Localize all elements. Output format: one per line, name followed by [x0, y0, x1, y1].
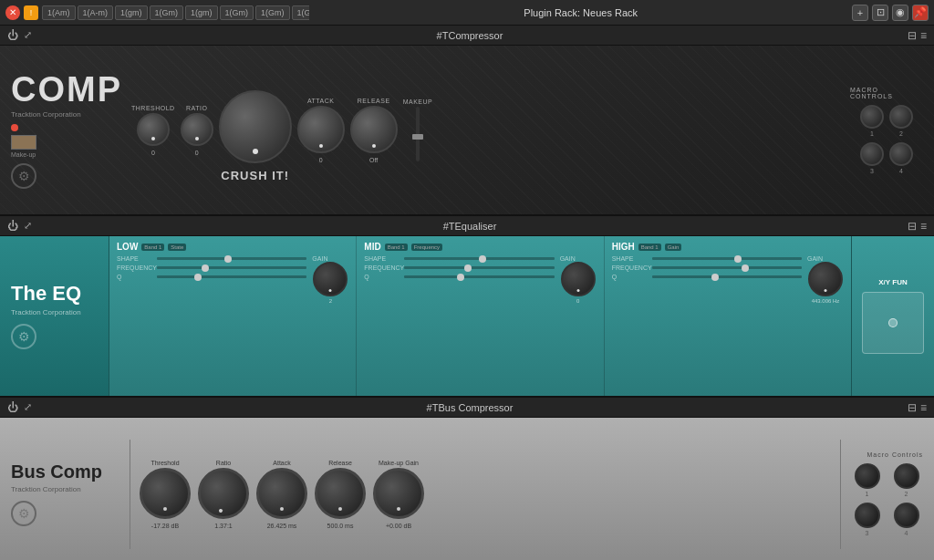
pin-button[interactable]: 📌	[912, 5, 929, 21]
eq-low-freq-slider[interactable]	[157, 266, 306, 269]
eye-button[interactable]: ◉	[892, 5, 908, 21]
eq-xy-label: X/Y FUN	[878, 278, 907, 286]
eq-mid-gain-knob[interactable]	[561, 262, 596, 296]
makeup-slider[interactable]	[416, 107, 420, 161]
window-button[interactable]: ⊡	[872, 5, 888, 21]
buscomp-macro-knob-4[interactable]	[894, 503, 919, 528]
add-button[interactable]: +	[852, 5, 868, 21]
release-knob[interactable]	[350, 106, 398, 153]
eq-high-shape-slider[interactable]	[652, 257, 802, 260]
eq-band-mid-tag2: Frequency	[411, 244, 442, 251]
eq-low-q-thumb	[194, 274, 202, 281]
tab-5[interactable]: 1(gm)	[185, 5, 218, 20]
comp-indicator	[11, 124, 18, 131]
buscomp-release-label: Release	[328, 460, 352, 466]
buscomp-release-group: Release 500.0 ms	[315, 460, 366, 529]
buscomp-makeup-label: Make-up Gain	[379, 460, 419, 466]
eq-mid-freq-slider[interactable]	[404, 266, 554, 269]
buscomp-power-icon[interactable]: ⏻	[7, 401, 18, 414]
eq-low-freq-thumb	[202, 264, 209, 272]
tab-4[interactable]: 1(Gm)	[150, 5, 184, 20]
buscomp-attack-knob[interactable]	[256, 468, 307, 519]
buscomp-menu-icon[interactable]: ≡	[920, 401, 927, 414]
eq-extern-icon[interactable]: ⤢	[24, 220, 32, 232]
eq-low-shape-slider[interactable]	[157, 257, 306, 260]
warn-button[interactable]: !	[24, 5, 38, 20]
minimize-icon[interactable]: ⊟	[908, 29, 917, 42]
close-button[interactable]: ✕	[5, 5, 20, 20]
tab-6[interactable]: 1(Gm)	[220, 5, 254, 20]
rack-title: Plugin Rack: Neues Rack	[313, 7, 848, 18]
eq-band-low-tag2: State	[168, 244, 186, 251]
eq-high-freq-slider[interactable]	[652, 266, 802, 269]
eq-low-gain-dot	[329, 289, 332, 292]
eq-xy-box[interactable]	[862, 292, 924, 354]
eq-title: #TEqualiser	[37, 221, 902, 232]
eq-mid-gain-label: GAIN	[560, 255, 597, 262]
eq-high-q-thumb	[711, 274, 719, 281]
eq-minimize-icon[interactable]: ⊟	[908, 220, 917, 233]
buscomp-minimize-icon[interactable]: ⊟	[908, 401, 917, 414]
eq-mid-freq-thumb	[464, 264, 472, 272]
comp-knobs-area: THRESHOLD 0 RATIO 0 CRUSH IT!	[131, 78, 839, 182]
buscomp-macro-knob-3[interactable]	[855, 503, 880, 528]
eq-mid-q-label: Q	[364, 274, 400, 280]
eq-high-shape-thumb	[734, 255, 742, 263]
eq-high-gain-knob[interactable]	[808, 262, 843, 296]
buscomp-makeup-knob[interactable]	[373, 468, 424, 519]
eq-band-low-tag1: Band 1	[141, 244, 164, 251]
tab-2[interactable]: 1(A-m)	[78, 5, 114, 20]
macro-knob-4[interactable]	[889, 142, 913, 166]
buscomp-ratio-knob[interactable]	[198, 468, 249, 519]
tab-3[interactable]: 1(gm)	[115, 5, 148, 20]
comp-makeup-box[interactable]	[11, 135, 36, 150]
attack-value: 0	[319, 157, 323, 163]
buscomp-release-knob[interactable]	[315, 468, 366, 519]
macro-knob-3[interactable]	[860, 142, 884, 166]
tab-7[interactable]: 1(Gm)	[255, 5, 290, 20]
eq-mid-q-slider[interactable]	[404, 275, 554, 278]
macro-knob-1[interactable]	[860, 105, 884, 129]
buscomp-gear-icon[interactable]: ⚙	[11, 501, 36, 526]
attack-knob[interactable]	[297, 106, 345, 153]
buscomp-extern-icon[interactable]: ⤢	[24, 401, 32, 413]
eq-low-q-slider[interactable]	[157, 275, 306, 278]
eq-gear-icon[interactable]: ⚙	[11, 324, 36, 349]
main-knob[interactable]	[219, 90, 292, 163]
eq-high-q-slider[interactable]	[652, 275, 802, 278]
compressor-header-actions: ⊟ ≡	[908, 29, 927, 42]
ratio-value: 0	[195, 150, 199, 156]
tab-1[interactable]: 1(Am)	[42, 5, 76, 20]
eq-mid-shape-slider[interactable]	[404, 257, 554, 260]
eq-band-high-name: HIGH	[612, 242, 635, 252]
eq-power-icon[interactable]: ⏻	[7, 220, 18, 233]
tab-8[interactable]: 1(Gm)	[292, 5, 310, 20]
buscomp-threshold-group: Threshold -17.28 dB	[140, 460, 191, 529]
buscomp-macro-knob-1[interactable]	[855, 463, 880, 489]
eq-low-q-row: Q	[117, 274, 306, 280]
main-knob-group: CRUSH IT!	[219, 78, 292, 182]
buscomp-macro-area: Macro Controls 1 2 3 4	[850, 451, 923, 536]
extern-icon[interactable]: ⤢	[24, 29, 32, 41]
macro-knob-2[interactable]	[889, 105, 913, 129]
eq-low-gain-group: GAIN 2	[312, 255, 348, 304]
buscomp-attack-value: 26.425 ms	[267, 523, 297, 529]
eq-high-controls: SHAPE FREQUENCY Q	[612, 255, 802, 280]
top-bar: ✕ ! 1(Am) 1(A-m) 1(gm) 1(Gm) 1(gm) 1(Gm)…	[0, 0, 934, 26]
buscomp-macro-knob-2[interactable]	[894, 463, 919, 489]
buscomp-threshold-label: Threshold	[150, 460, 179, 466]
buscomp-header: ⏻ ⤢ #TBus Compressor ⊟ ≡	[0, 398, 934, 418]
power-icon[interactable]: ⏻	[7, 29, 18, 42]
eq-high-freq-thumb	[742, 264, 749, 272]
buscomp-threshold-knob[interactable]	[140, 468, 191, 519]
comp-gear-icon[interactable]: ⚙	[11, 163, 36, 189]
threshold-knob[interactable]	[137, 113, 170, 146]
eq-high-gain-dot	[824, 289, 826, 292]
eq-low-gain-knob[interactable]	[313, 262, 348, 296]
eq-menu-icon[interactable]: ≡	[920, 220, 927, 233]
ratio-knob[interactable]	[181, 113, 213, 146]
eq-band-high-tag2: Gain	[665, 244, 682, 251]
buscomp-divider	[130, 440, 130, 549]
buscomp-makeup-dot	[397, 507, 400, 511]
menu-icon[interactable]: ≡	[920, 29, 927, 42]
